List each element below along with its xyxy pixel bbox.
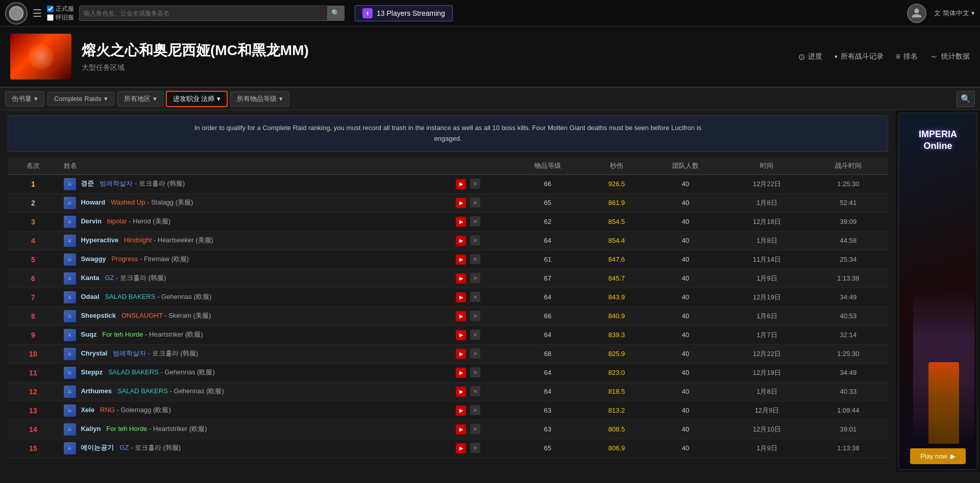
filter-complete-raids[interactable]: Complete Raids ▾ xyxy=(47,92,114,106)
player-name[interactable]: 에이는공기 xyxy=(81,444,114,451)
guild-name[interactable]: SALAD BAKERS xyxy=(105,293,155,300)
filter-search-button[interactable]: 🔍 xyxy=(957,91,975,107)
close-icon[interactable]: ✕ xyxy=(470,311,480,321)
fight-time-cell: 1:13:38 xyxy=(808,269,888,288)
item-level-cell: 64 xyxy=(508,231,587,250)
close-icon[interactable]: ✕ xyxy=(470,405,480,415)
youtube-icon[interactable]: ▶ xyxy=(456,368,466,378)
player-cell: ⚔ Arthumes SALAD BAKERS - Gehennas (欧服) xyxy=(59,382,429,401)
close-icon[interactable]: ✕ xyxy=(470,292,480,302)
col-rank: 名次 xyxy=(8,157,59,175)
site-logo[interactable] xyxy=(5,2,28,24)
guild-name[interactable]: SALAD BAKERS xyxy=(108,368,159,376)
youtube-icon[interactable]: ▶ xyxy=(456,443,466,453)
player-name[interactable]: Arthumes xyxy=(81,387,112,395)
zone-subtitle: 大型任务区域 xyxy=(82,63,798,72)
guild-name[interactable]: 범레학살자 xyxy=(113,349,146,357)
guild-name[interactable]: 범레학살자 xyxy=(100,180,133,187)
filter-region[interactable]: 所有地区 ▾ xyxy=(117,91,163,107)
player-name[interactable]: Howard xyxy=(81,198,105,206)
close-icon[interactable]: ✕ xyxy=(470,216,480,226)
player-name[interactable]: Suqz xyxy=(81,331,96,338)
player-name[interactable]: Chrystal xyxy=(81,349,107,357)
youtube-icon[interactable]: ▶ xyxy=(456,424,466,435)
players-cell: 40 xyxy=(646,307,725,325)
close-icon[interactable]: ✕ xyxy=(470,197,480,208)
close-icon[interactable]: ✕ xyxy=(470,273,480,283)
checkbox-live-server[interactable]: 正式服 xyxy=(47,5,74,13)
guild-name[interactable]: bipolar xyxy=(107,217,127,225)
item-level-cell: 62 xyxy=(508,212,587,231)
guild-name[interactable]: For teh Horde xyxy=(102,331,143,338)
filter-item-level[interactable]: 所有物品等级 ▾ xyxy=(230,91,289,107)
chevron-down-icon: ▾ xyxy=(279,95,283,103)
guild-name[interactable]: Progress xyxy=(111,255,138,263)
player-name[interactable]: Swaggy xyxy=(81,255,106,263)
filter-class[interactable]: 进攻职业 法师 ▾ xyxy=(166,91,228,107)
guild-name[interactable]: Hindsight xyxy=(124,236,152,244)
table-row: 10 ⚔ Chrystal 범레학살자 - 로크홀라 (韩服) ▶ ✕ 68 8… xyxy=(8,344,888,363)
guild-name[interactable]: For teh Horde xyxy=(106,425,147,433)
player-name[interactable]: Dervin xyxy=(81,217,101,225)
player-name[interactable]: 경준 xyxy=(81,180,94,187)
checkbox-classic-server[interactable]: 怀旧服 xyxy=(47,13,74,22)
close-icon[interactable]: ✕ xyxy=(470,348,480,359)
icons-cell: ▶ ✕ xyxy=(428,250,507,269)
youtube-icon[interactable]: ▶ xyxy=(456,311,466,321)
ad-play-button[interactable]: Play now ▶ xyxy=(910,448,966,464)
player-name[interactable]: Odaal xyxy=(81,293,99,300)
player-name[interactable]: Hyperactive xyxy=(81,236,118,244)
youtube-icon[interactable]: ▶ xyxy=(456,330,466,340)
guild-name[interactable]: SALAD BAKERS xyxy=(117,387,168,395)
youtube-icon[interactable]: ▶ xyxy=(456,217,466,227)
streaming-badge[interactable]: t 13 Players Streaming xyxy=(355,5,453,21)
date-cell: 1月6日 xyxy=(725,307,808,325)
hamburger-menu[interactable]: ☰ xyxy=(33,7,42,19)
item-level-cell: 63 xyxy=(508,420,587,439)
zone-nav-records[interactable]: ▪ 所有战斗记录 xyxy=(835,52,884,61)
close-icon[interactable]: ✕ xyxy=(470,235,480,245)
player-name[interactable]: Kanta xyxy=(81,274,99,282)
user-avatar[interactable] xyxy=(907,4,926,23)
guild-name[interactable]: RNG xyxy=(100,406,115,414)
guild-name[interactable]: GZ xyxy=(119,444,129,451)
zone-nav-rankings[interactable]: ≡ 排名 xyxy=(896,52,918,61)
search-input[interactable] xyxy=(80,10,327,17)
zone-nav-stats[interactable]: ～ 统计数据 xyxy=(930,52,970,62)
rank-cell: 15 xyxy=(8,439,59,457)
close-icon[interactable]: ✕ xyxy=(470,386,480,396)
guild-name[interactable]: Washed Up xyxy=(111,198,145,206)
player-name[interactable]: Xele xyxy=(81,406,94,414)
youtube-icon[interactable]: ▶ xyxy=(456,198,466,208)
youtube-icon[interactable]: ▶ xyxy=(456,405,466,416)
search-submit-button[interactable]: 🔍 xyxy=(327,6,344,21)
youtube-icon[interactable]: ▶ xyxy=(456,179,466,189)
zone-nav-progress[interactable]: ⊙ 进度 xyxy=(798,52,822,62)
filter-damage-type[interactable]: 伤书量 ▾ xyxy=(5,91,44,107)
youtube-icon[interactable]: ▶ xyxy=(456,349,466,359)
col-name: 姓名 xyxy=(59,157,429,175)
close-icon[interactable]: ✕ xyxy=(470,329,480,340)
player-name[interactable]: Steppz xyxy=(81,368,103,376)
global-search-bar[interactable]: 🔍 xyxy=(79,6,345,21)
col-item-level: 物品等级 xyxy=(508,157,587,175)
player-name[interactable]: Sheepstick xyxy=(81,312,116,319)
rank-cell: 9 xyxy=(8,325,59,344)
table-row: 4 ⚔ Hyperactive Hindsight - Heartseeker … xyxy=(8,231,888,250)
youtube-icon[interactable]: ▶ xyxy=(456,236,466,246)
player-name[interactable]: Kaliyn xyxy=(81,425,101,433)
guild-name[interactable]: ONSLAUGHT xyxy=(121,312,163,319)
close-icon[interactable]: ✕ xyxy=(470,424,480,434)
close-icon[interactable]: ✕ xyxy=(470,443,480,453)
players-cell: 40 xyxy=(646,325,725,344)
youtube-icon[interactable]: ▶ xyxy=(456,292,466,302)
close-icon[interactable]: ✕ xyxy=(470,367,480,377)
close-icon[interactable]: ✕ xyxy=(470,179,480,189)
player-cell: ⚔ Steppz SALAD BAKERS - Gehennas (欧服) xyxy=(59,363,429,382)
close-icon[interactable]: ✕ xyxy=(470,254,480,264)
language-selector[interactable]: 文 简体中文 ▾ xyxy=(934,9,975,18)
guild-name[interactable]: GZ xyxy=(105,274,114,282)
youtube-icon[interactable]: ▶ xyxy=(456,387,466,397)
youtube-icon[interactable]: ▶ xyxy=(456,273,466,284)
youtube-icon[interactable]: ▶ xyxy=(456,255,466,265)
